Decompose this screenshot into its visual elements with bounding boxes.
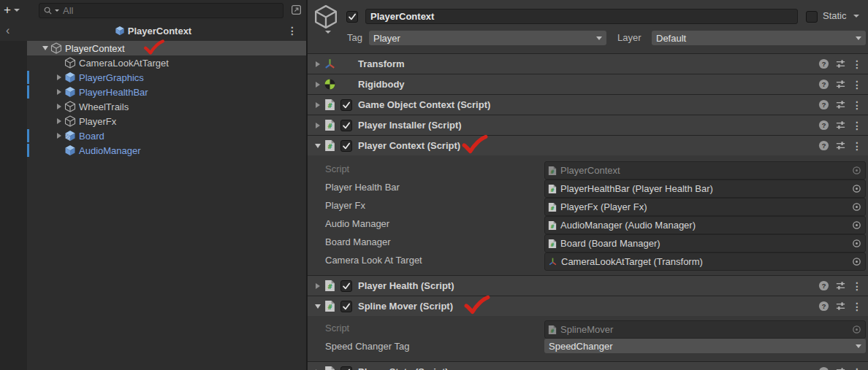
preset-icon[interactable]: [835, 120, 846, 131]
expander-collapsed-icon[interactable]: [313, 82, 323, 88]
object-picker-icon[interactable]: [851, 201, 862, 212]
preset-icon[interactable]: [835, 280, 846, 291]
object-picker-icon[interactable]: [851, 256, 862, 267]
help-icon[interactable]: [818, 79, 829, 90]
script-icon: [548, 202, 557, 212]
hierarchy-item-audiomanager[interactable]: AudioManager ›: [27, 143, 333, 158]
help-icon[interactable]: [818, 99, 829, 110]
expander-expanded-icon[interactable]: [40, 46, 50, 50]
back-chevron-icon[interactable]: ‹: [6, 20, 9, 41]
hierarchy-item-board[interactable]: Board ›: [27, 128, 333, 143]
kebab-menu-icon[interactable]: ⋮: [852, 140, 862, 152]
expander-expanded-icon[interactable]: [313, 304, 323, 309]
preset-icon[interactable]: [835, 58, 846, 69]
kebab-menu-icon[interactable]: ⋮: [852, 58, 862, 70]
help-icon[interactable]: [818, 366, 829, 370]
object-field-player-fx[interactable]: PlayerFx (Player Fx): [544, 198, 866, 216]
expander-collapsed-icon[interactable]: [54, 118, 64, 124]
open-prefab-external-button[interactable]: [289, 4, 302, 17]
hierarchy-item-playergraphics[interactable]: PlayerGraphics ›: [27, 70, 333, 85]
static-flags-caret-icon[interactable]: [853, 15, 859, 18]
enabled-checkbox[interactable]: [340, 140, 352, 152]
help-icon[interactable]: [818, 301, 829, 312]
object-field-script[interactable]: PlayerContext: [544, 161, 866, 180]
component-header-player-context[interactable]: Player Context (Script) ⋮: [308, 135, 868, 155]
kebab-menu-icon[interactable]: ⋮: [852, 79, 862, 90]
expander-collapsed-icon[interactable]: [313, 102, 323, 108]
component-header-spline-mover[interactable]: Spline Mover (Script) ⋮: [308, 296, 868, 316]
active-checkbox[interactable]: [346, 11, 358, 23]
preset-icon[interactable]: [835, 366, 846, 370]
kebab-menu-icon[interactable]: ⋮: [852, 120, 862, 131]
expander-collapsed-icon[interactable]: [54, 104, 64, 109]
object-picker-icon[interactable]: [851, 165, 862, 176]
object-field-board-manager[interactable]: Board (Board Manager): [544, 234, 866, 253]
override-bar: [27, 144, 29, 157]
static-checkbox[interactable]: [806, 11, 818, 23]
object-picker-icon[interactable]: [851, 324, 862, 335]
component-header-rigidbody[interactable]: Rigidbody ⋮: [308, 74, 868, 94]
object-picker-icon[interactable]: [851, 183, 862, 194]
hierarchy-item-label: PlayerFx: [79, 116, 116, 127]
preset-icon[interactable]: [835, 99, 846, 110]
enabled-checkbox[interactable]: [340, 301, 352, 312]
hierarchy-search-field[interactable]: [39, 3, 283, 18]
object-picker-icon[interactable]: [851, 220, 862, 231]
layer-dropdown[interactable]: Default: [652, 31, 866, 45]
expander-collapsed-icon[interactable]: [313, 61, 323, 67]
expander-collapsed-icon[interactable]: [313, 283, 323, 289]
object-field-camera-look-at-target[interactable]: CameraLookAtTarget (Transform): [544, 253, 866, 271]
help-icon[interactable]: [818, 280, 829, 291]
kebab-menu-icon[interactable]: ⋮: [852, 99, 862, 111]
caret-down-icon: [856, 344, 861, 348]
gameobject-name-field[interactable]: [365, 9, 798, 24]
help-icon[interactable]: [818, 58, 829, 69]
preset-icon[interactable]: [835, 79, 846, 90]
enabled-checkbox[interactable]: [340, 366, 352, 370]
create-menu-button[interactable]: +: [4, 3, 20, 18]
enabled-checkbox[interactable]: [340, 280, 352, 292]
expander-expanded-icon[interactable]: [313, 144, 323, 148]
hierarchy-item-playerfx[interactable]: PlayerFx: [27, 114, 333, 128]
expander-collapsed-icon[interactable]: [54, 89, 64, 95]
hierarchy-item-playerhealthbar[interactable]: PlayerHealthBar ›: [27, 85, 333, 99]
component-header-player-stats[interactable]: Player Stats (Script) ⋮: [308, 361, 868, 370]
component-header-transform[interactable]: Transform ⋮: [308, 53, 868, 74]
enabled-checkbox[interactable]: [340, 99, 352, 111]
kebab-menu-icon[interactable]: ⋮: [852, 366, 862, 370]
transform-icon: [548, 257, 557, 266]
speed-changer-tag-dropdown[interactable]: SpeedChanger: [544, 339, 866, 353]
hierarchy-item-label: PlayerGraphics: [79, 72, 144, 83]
gameobject-big-cube-icon[interactable]: [313, 4, 338, 29]
prefab-breadcrumb-bar: ‹ PlayerContext ⋮: [0, 20, 306, 42]
icon-picker-caret-icon[interactable]: [325, 31, 331, 34]
kebab-menu-icon[interactable]: ⋮: [852, 280, 862, 292]
tag-dropdown[interactable]: Player: [369, 31, 606, 45]
search-input[interactable]: [61, 4, 279, 17]
script-icon: [324, 99, 335, 111]
component-header-player-health[interactable]: Player Health (Script) ⋮: [308, 275, 868, 296]
component-title: Game Object Context (Script): [358, 99, 490, 110]
object-field-player-health-bar[interactable]: PlayerHealthBar (Player Health Bar): [544, 180, 866, 198]
expander-collapsed-icon[interactable]: [54, 133, 64, 139]
component-header-player-installer[interactable]: Player Installer (Script) ⋮: [308, 115, 868, 135]
object-field-audio-manager[interactable]: AudioManager (Audio Manager): [544, 216, 866, 234]
help-icon[interactable]: [818, 140, 829, 151]
field-row-player-health-bar: Player Health Bar PlayerHealthBar (Playe…: [308, 178, 868, 196]
field-label: Player Health Bar: [325, 178, 400, 196]
object-picker-icon[interactable]: [851, 238, 862, 249]
enabled-checkbox[interactable]: [340, 120, 352, 131]
hierarchy-item-cameralookattarget[interactable]: CameraLookAtTarget: [27, 55, 333, 70]
help-icon[interactable]: [818, 120, 829, 131]
hierarchy-item-playercontext[interactable]: PlayerContext: [27, 41, 319, 55]
expander-collapsed-icon[interactable]: [54, 74, 64, 80]
field-label: Camera Look At Target: [325, 251, 422, 269]
kebab-menu-icon[interactable]: ⋮: [287, 25, 297, 36]
expander-collapsed-icon[interactable]: [313, 123, 323, 128]
kebab-menu-icon[interactable]: ⋮: [852, 301, 862, 312]
component-header-game-object-context[interactable]: Game Object Context (Script) ⋮: [308, 94, 868, 115]
preset-icon[interactable]: [835, 301, 846, 312]
object-field-spline-script[interactable]: SplineMover: [544, 320, 866, 339]
preset-icon[interactable]: [835, 140, 846, 151]
hierarchy-item-wheeltrails[interactable]: WheelTrails: [27, 99, 333, 114]
